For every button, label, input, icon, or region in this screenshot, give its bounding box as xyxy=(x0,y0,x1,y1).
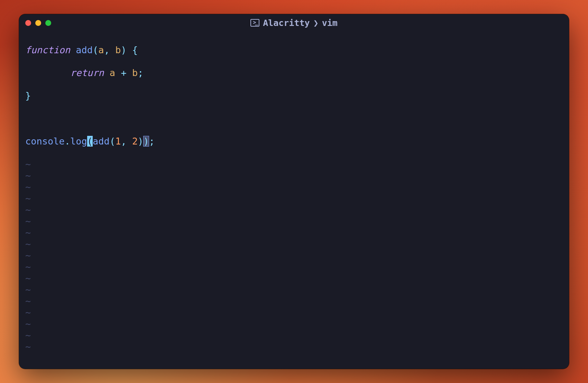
code-line-empty xyxy=(25,113,563,124)
semicolon: ; xyxy=(149,136,155,147)
minimize-window-button[interactable] xyxy=(35,20,41,26)
paren: ) xyxy=(138,136,143,147)
cursor: ) xyxy=(143,136,149,147)
empty-line-tilde: ~ xyxy=(25,158,563,170)
window-title: Alacritty ❯ vim xyxy=(19,18,569,28)
empty-line-tilde: ~ xyxy=(25,170,563,181)
terminal-window[interactable]: Alacritty ❯ vim function add(a, b) { ret… xyxy=(19,14,569,369)
empty-line-tilde: ~ xyxy=(25,238,563,250)
param: b xyxy=(115,45,121,55)
empty-line-tilde: ~ xyxy=(25,284,563,295)
semicolon: ; xyxy=(138,67,143,78)
terminal-icon xyxy=(250,19,259,27)
window-titlebar[interactable]: Alacritty ❯ vim xyxy=(19,14,569,31)
empty-line-tilde: ~ xyxy=(25,341,563,352)
empty-line-tilde: ~ xyxy=(25,272,563,284)
traffic-lights xyxy=(25,20,51,26)
paren: ) xyxy=(121,45,126,55)
empty-line-tilde: ~ xyxy=(25,193,563,204)
code-line: } xyxy=(25,90,563,101)
keyword: function xyxy=(25,45,70,55)
desktop-wallpaper: Alacritty ❯ vim function add(a, b) { ret… xyxy=(0,0,588,383)
method: log xyxy=(70,136,87,147)
empty-line-tilde: ~ xyxy=(25,329,563,341)
param: a xyxy=(98,45,104,55)
operator: + xyxy=(121,67,126,78)
empty-line-tilde: ~ xyxy=(25,318,563,329)
brace: } xyxy=(25,90,31,101)
empty-line-tilde: ~ xyxy=(25,204,563,215)
function-name: add xyxy=(76,45,93,55)
process-name: vim xyxy=(322,18,338,28)
empty-line-tilde: ~ xyxy=(25,307,563,318)
empty-line-tilde: ~ xyxy=(25,215,563,227)
dot: . xyxy=(65,136,70,147)
empty-line-tilde: ~ xyxy=(25,227,563,238)
zoom-window-button[interactable] xyxy=(45,20,51,26)
editor-buffer[interactable]: function add(a, b) { return a + b; } con… xyxy=(25,33,563,369)
function-call: add xyxy=(93,136,110,147)
matched-open-paren: ( xyxy=(87,136,93,147)
code-line: return a + b; xyxy=(25,67,563,78)
number: 1 xyxy=(115,136,121,147)
close-window-button[interactable] xyxy=(25,20,31,26)
empty-line-tilde: ~ xyxy=(25,181,563,193)
comma: , xyxy=(104,45,110,55)
indent xyxy=(25,67,70,78)
code-line: console.log(add(1, 2)); xyxy=(25,136,563,147)
empty-lines: ~~~~~~~~~~~~~~~~~ xyxy=(25,158,563,352)
empty-line-tilde: ~ xyxy=(25,250,563,261)
object: console xyxy=(25,136,65,147)
paren: ( xyxy=(110,136,115,147)
code-line: function add(a, b) { xyxy=(25,44,563,56)
empty-line-tilde: ~ xyxy=(25,261,563,272)
identifier: b xyxy=(132,67,138,78)
identifier: a xyxy=(110,67,115,78)
app-name: Alacritty xyxy=(263,18,310,28)
comma: , xyxy=(121,136,126,147)
terminal-viewport[interactable]: function add(a, b) { return a + b; } con… xyxy=(19,31,569,369)
empty-line-tilde: ~ xyxy=(25,295,563,307)
keyword: return xyxy=(70,67,104,78)
title-separator: ❯ xyxy=(313,18,319,28)
paren: ( xyxy=(93,45,98,55)
brace: { xyxy=(132,45,138,55)
number: 2 xyxy=(132,136,138,147)
